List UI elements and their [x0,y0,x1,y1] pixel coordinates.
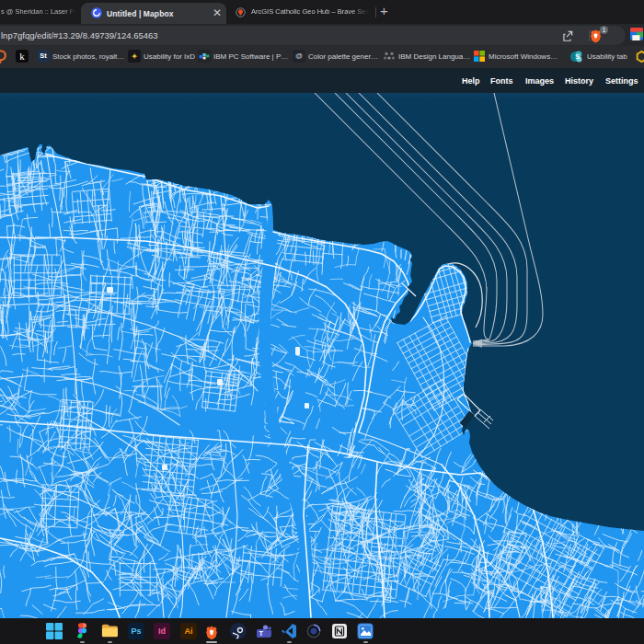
svg-text:S: S [575,52,580,61]
svg-text:T: T [259,629,263,638]
